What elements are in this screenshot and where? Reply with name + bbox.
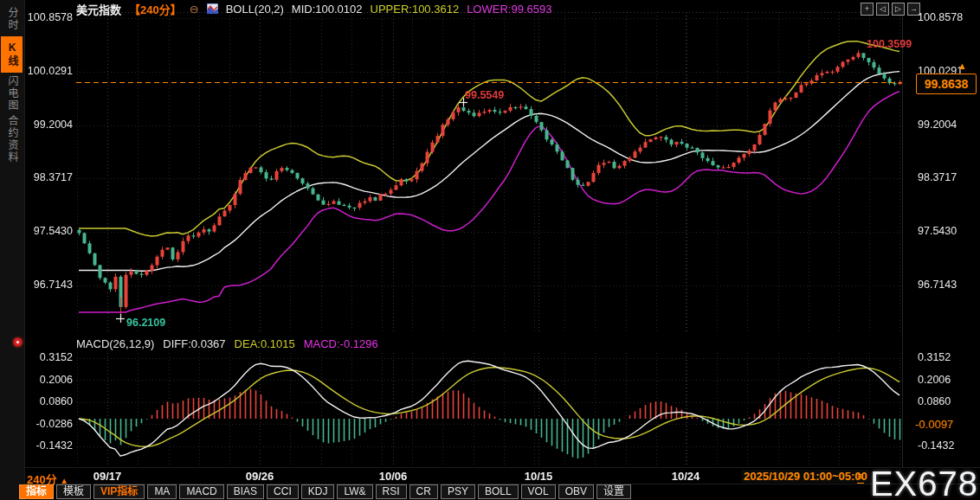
tab-macd[interactable]: MACD xyxy=(179,484,223,499)
symbol-name: 美元指数 xyxy=(76,1,121,17)
tab-cci[interactable]: CCI xyxy=(267,484,299,499)
tab-rsi[interactable]: RSI xyxy=(376,484,407,499)
session-label: 2025/10/29 01:00~05:00 xyxy=(741,470,870,483)
macd-last-value-badge: -0.0097 xyxy=(912,417,965,433)
sidebar-item-kline-chart[interactable]: K线图 xyxy=(1,36,23,73)
tab-psy[interactable]: PSY xyxy=(441,484,475,499)
price-axis-label: 99.2004 xyxy=(918,119,978,131)
macd-axis-label: 0.3152 xyxy=(918,351,978,363)
scroll-right-icon[interactable]: ▷ xyxy=(892,3,905,16)
x-axis-date: 10/24 xyxy=(672,470,700,483)
price-axis-label: 100.8578 xyxy=(918,11,978,23)
boll-params: BOLL(20,2) xyxy=(226,3,284,16)
tab-obv[interactable]: OBV xyxy=(558,484,594,499)
boll-mid-value: MID:100.0102 xyxy=(292,3,363,16)
chart-toolbar: +◁▷→ xyxy=(861,3,920,16)
collapse-circle-icon[interactable]: ⊖ xyxy=(190,3,199,16)
chart-header: 美元指数 【240分】 ⊖ BOLL(20,2) MID:100.0102 UP… xyxy=(76,2,551,16)
price-up-arrow-icon: ▲ xyxy=(957,61,967,71)
macd-dea-value: DEA:0.1015 xyxy=(235,337,295,350)
tab-vol[interactable]: VOL xyxy=(521,484,556,499)
tab-kdj[interactable]: KDJ xyxy=(301,484,335,499)
watermark: EX678 xyxy=(870,465,978,500)
sidebar-item-flash-chart[interactable]: 闪电图 xyxy=(1,74,23,112)
x-axis-date: 10/06 xyxy=(379,470,408,483)
macd-params: MACD(26,12,9) xyxy=(76,337,154,350)
tab-ma[interactable]: MA xyxy=(147,484,177,499)
last-price-badge: 99.8638 xyxy=(916,74,977,94)
boll-upper-value: UPPER:100.3612 xyxy=(371,3,460,16)
tab-cr[interactable]: CR xyxy=(409,484,438,499)
sidebar-item-timeshare-chart[interactable]: 分时图 xyxy=(1,3,23,35)
tab-vip-indicator[interactable]: VIP指标 xyxy=(93,484,145,499)
macd-bar-value: MACD:-0.1296 xyxy=(304,337,378,350)
tab-lw[interactable]: LW& xyxy=(337,484,372,499)
trading-chart-app: 分时图K线图闪电图合约资料 美元指数 【240分】 ⊖ BOLL(20,2) M… xyxy=(0,0,980,500)
boll-lower-value: LOWER:99.6593 xyxy=(467,3,551,16)
indicator-chart-icon xyxy=(207,3,218,14)
price-axis-label: 98.3717 xyxy=(918,171,978,183)
recent-high-label: 100.3599 xyxy=(867,38,912,50)
crosshair-icon[interactable]: + xyxy=(861,3,874,16)
macd-axis-label: -0.1432 xyxy=(918,439,978,452)
price-axis-label: 97.5430 xyxy=(918,225,978,237)
macd-axis-label: 0.0860 xyxy=(918,395,978,407)
scroll-left-icon[interactable]: ◁ xyxy=(876,3,889,16)
macd-axis-label: 0.2006 xyxy=(918,374,978,386)
menu-icon[interactable]: ≡ xyxy=(857,470,864,484)
tab-indicator[interactable]: 指标 xyxy=(19,484,54,499)
tab-template[interactable]: 模板 xyxy=(56,484,91,499)
indicator-tab-bar: 指标模板VIP指标MAMACDBIASCCIKDJLW&RSICRPSYBOLL… xyxy=(19,484,631,499)
tab-settings[interactable]: 设置 xyxy=(596,484,631,499)
macd-diff-value: DIFF:0.0367 xyxy=(163,337,225,350)
x-axis-date: 10/15 xyxy=(525,470,553,483)
tab-boll[interactable]: BOLL xyxy=(478,484,519,499)
period-badge: 【240分】 xyxy=(129,1,182,17)
swing-low-label: 96.2109 xyxy=(126,317,165,329)
x-axis-date: 09/17 xyxy=(93,470,122,483)
left-sidebar: 分时图K线图闪电图合约资料 xyxy=(0,0,25,500)
alert-icon[interactable] xyxy=(14,338,22,346)
tab-bias[interactable]: BIAS xyxy=(227,484,264,499)
price-axis-label: 96.7143 xyxy=(918,279,978,291)
sidebar-item-contract-info[interactable]: 合约资料 xyxy=(1,113,23,165)
swing-high-label: 99.5549 xyxy=(465,89,504,101)
candlestick-macd-canvas[interactable] xyxy=(0,0,980,500)
x-axis-date: 09/26 xyxy=(246,470,274,483)
macd-header: MACD(26,12,9) DIFF:0.0367 DEA:0.1015 MAC… xyxy=(76,337,378,350)
